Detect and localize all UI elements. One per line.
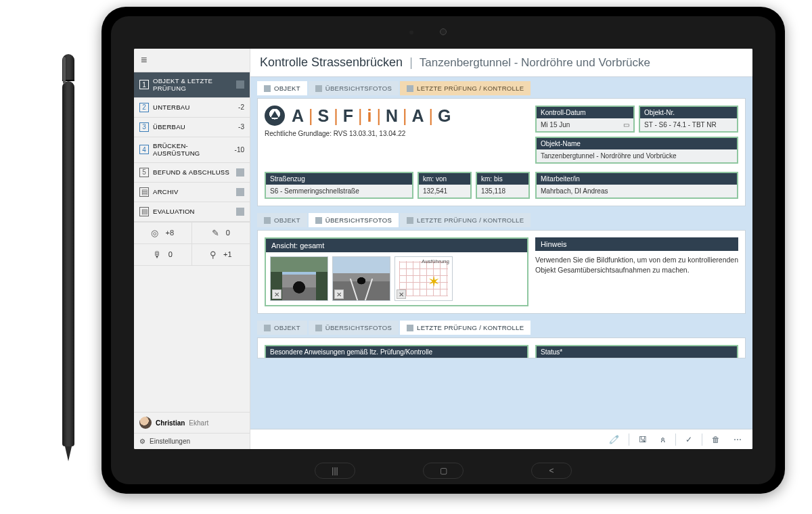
save-icon: 🖫 bbox=[639, 435, 647, 444]
tab-label: ÜBERSICHTSFOTOS bbox=[325, 324, 392, 331]
settings-label: Einstellungen bbox=[150, 438, 190, 445]
close-icon[interactable]: ✕ bbox=[397, 289, 406, 299]
assign-user-button[interactable]: ጰ bbox=[655, 433, 671, 446]
close-icon[interactable]: ✕ bbox=[272, 289, 281, 299]
tool-count: 0 bbox=[168, 250, 173, 258]
photo-thumbnail-2[interactable]: ✕ bbox=[332, 256, 390, 301]
sidebar-item-label: ARCHIV bbox=[153, 188, 232, 195]
field-value: 132,541 bbox=[419, 185, 470, 197]
sidebar-item-brueckenausruestung[interactable]: 4 BRÜCKEN-AUSRÜSTUNG -10 bbox=[134, 137, 250, 163]
checkbox-icon bbox=[264, 85, 271, 92]
field-label: Kontroll-Datum bbox=[537, 107, 633, 118]
hardware-buttons: ||| ▢ < bbox=[315, 463, 572, 479]
sidebar-nav: 1 OBJEKT & LETZTE PRÜFUNG 2 UNTERBAU -2 … bbox=[134, 72, 250, 222]
sidebar-item-befund-abschluss[interactable]: 5 BEFUND & ABSCHLUSS bbox=[134, 163, 250, 183]
save-button[interactable]: 🖫 bbox=[633, 433, 652, 446]
field-objekt-nr: Objekt-Nr. ST - S6 - 74.1 - TBT NR bbox=[639, 106, 738, 133]
checkbox-icon bbox=[407, 85, 413, 92]
tab-label: OBJEKT bbox=[274, 85, 300, 92]
sidebar-item-ueberbau[interactable]: 3 ÜBERBAU -3 bbox=[134, 118, 250, 137]
tool-count: 0 bbox=[226, 229, 230, 237]
field-kontroll-datum[interactable]: Kontroll-Datum Mi 15 Jun ▭ bbox=[535, 106, 635, 133]
menu-icon[interactable]: ≡ bbox=[134, 49, 250, 72]
tab-label: ÜBERSICHTSFOTOS bbox=[325, 216, 392, 224]
check-icon: ✓ bbox=[685, 435, 692, 444]
user-row[interactable]: Christian Ekhart bbox=[134, 412, 250, 433]
checkbox-icon bbox=[315, 85, 322, 92]
calendar-icon[interactable]: ▭ bbox=[623, 121, 629, 128]
scroll-area[interactable]: OBJEKT ÜBERSICHTSFOTOS LETZTE PRÜFUNG / … bbox=[250, 77, 752, 429]
tool-pen[interactable]: ✎ 0 bbox=[192, 222, 250, 243]
tool-camera[interactable]: ◎ +8 bbox=[134, 222, 192, 243]
sidebar-item-unterbau[interactable]: 2 UNTERBAU -2 bbox=[134, 98, 250, 118]
attach-button[interactable]: 🧷 bbox=[604, 433, 625, 446]
front-camera bbox=[440, 28, 447, 35]
checkbox-icon bbox=[407, 217, 413, 224]
tabs-3: OBJEKT ÜBERSICHTSFOTOS LETZTE PRÜFUNG / … bbox=[257, 321, 746, 335]
tab-letzte-pruefung[interactable]: LETZTE PRÜFUNG / KONTROLLE bbox=[400, 81, 531, 95]
field-label: Objekt-Nr. bbox=[640, 107, 737, 118]
close-icon[interactable]: ✕ bbox=[334, 289, 344, 299]
key-icon: ⚲ bbox=[210, 250, 217, 260]
field-strassenzug: Straßenzug S6 - Semmeringschnellstraße bbox=[265, 172, 413, 199]
doc-icon: 1 bbox=[139, 80, 149, 89]
hw-back-button[interactable]: < bbox=[531, 463, 572, 479]
tool-key[interactable]: ⚲ +1 bbox=[192, 243, 250, 265]
title-separator: | bbox=[407, 55, 415, 70]
page-subtitle: Tanzenbergtunnel - Nordröhre und Vorbrüc… bbox=[420, 56, 650, 70]
tabs-2: OBJEKT ÜBERSICHTSFOTOS LETZTE PRÜFUNG / … bbox=[257, 213, 746, 227]
tab-letzte-pruefung[interactable]: LETZTE PRÜFUNG / KONTROLLE bbox=[400, 213, 531, 227]
settings-row[interactable]: ⚙ Einstellungen bbox=[134, 433, 250, 449]
photo-gallery: Ansicht: gesamt ✕ ✕ Ausführung bbox=[265, 237, 528, 306]
sidebar-item-objekt-letzte-pruefung[interactable]: 1 OBJEKT & LETZTE PRÜFUNG bbox=[134, 72, 250, 98]
tab-uebersichtsfotos[interactable]: ÜBERSICHTSFOTOS bbox=[309, 321, 399, 335]
sensor-dot bbox=[409, 30, 413, 34]
field-label: km: von bbox=[419, 173, 470, 185]
field-mitarbeiter: Mitarbeiter/in Mahrbach, DI Andreas bbox=[535, 172, 738, 199]
legal-basis: Rechtliche Grundlage: RVS 13.03.31, 13.0… bbox=[265, 130, 528, 137]
delete-button[interactable]: 🗑 bbox=[706, 433, 725, 446]
sidebar-item-count: -10 bbox=[235, 146, 244, 154]
trash-icon: 🗑 bbox=[712, 435, 720, 444]
tab-objekt[interactable]: OBJEKT bbox=[257, 213, 307, 227]
hw-home-button[interactable]: ▢ bbox=[423, 463, 464, 479]
tab-uebersichtsfotos[interactable]: ÜBERSICHTSFOTOS bbox=[309, 213, 399, 227]
hw-recents-button[interactable]: ||| bbox=[315, 463, 355, 479]
doc-icon: ▤ bbox=[139, 187, 149, 197]
doc-icon: ▤ bbox=[139, 207, 149, 216]
camera-icon: ◎ bbox=[151, 228, 158, 238]
field-label: km: bis bbox=[477, 173, 528, 185]
tool-count: +1 bbox=[223, 250, 232, 258]
tool-mic[interactable]: 🎙 0 bbox=[134, 243, 192, 265]
tab-letzte-pruefung[interactable]: LETZTE PRÜFUNG / KONTROLLE bbox=[400, 321, 531, 335]
more-button[interactable]: ⋯ bbox=[728, 433, 747, 446]
confirm-button[interactable]: ✓ bbox=[680, 433, 698, 446]
tab-uebersichtsfotos[interactable]: ÜBERSICHTSFOTOS bbox=[309, 81, 399, 95]
field-status: Status* bbox=[535, 345, 738, 358]
sidebar-item-archiv[interactable]: ▤ ARCHIV bbox=[134, 183, 250, 202]
doc-icon: 5 bbox=[139, 168, 149, 177]
diagram-label: Ausführung bbox=[422, 258, 449, 264]
diagram-thumbnail[interactable]: Ausführung ✕ bbox=[394, 256, 453, 301]
checkbox-icon bbox=[264, 325, 271, 331]
sidebar-item-evaluation[interactable]: ▤ EVALUATION bbox=[134, 202, 250, 222]
user-icon: ጰ bbox=[660, 435, 666, 444]
doc-icon: 4 bbox=[139, 145, 149, 154]
sidebar-item-label: UNTERBAU bbox=[153, 103, 234, 111]
mic-icon: 🎙 bbox=[153, 250, 162, 260]
avatar bbox=[139, 417, 152, 429]
pencil-icon: ✎ bbox=[212, 228, 219, 238]
tab-objekt[interactable]: OBJEKT bbox=[257, 321, 307, 335]
photo-thumbnail-1[interactable]: ✕ bbox=[270, 256, 328, 301]
field-label: Objekt-Name bbox=[537, 138, 737, 149]
gear-icon: ⚙ bbox=[139, 438, 145, 445]
field-label: Besondere Anweisungen gemäß ltz. Prüfung… bbox=[266, 346, 527, 358]
tab-label: OBJEKT bbox=[274, 216, 300, 224]
sidebar-item-label: ÜBERBAU bbox=[153, 123, 234, 131]
check-icon bbox=[236, 80, 244, 89]
sidebar-item-count: -3 bbox=[238, 123, 244, 131]
stylus bbox=[61, 54, 76, 460]
tab-objekt[interactable]: OBJEKT bbox=[257, 81, 307, 95]
field-anweisungen: Besondere Anweisungen gemäß ltz. Prüfung… bbox=[265, 345, 528, 358]
hint-text: Verwenden Sie die Bildfunktion, um von d… bbox=[535, 255, 738, 275]
